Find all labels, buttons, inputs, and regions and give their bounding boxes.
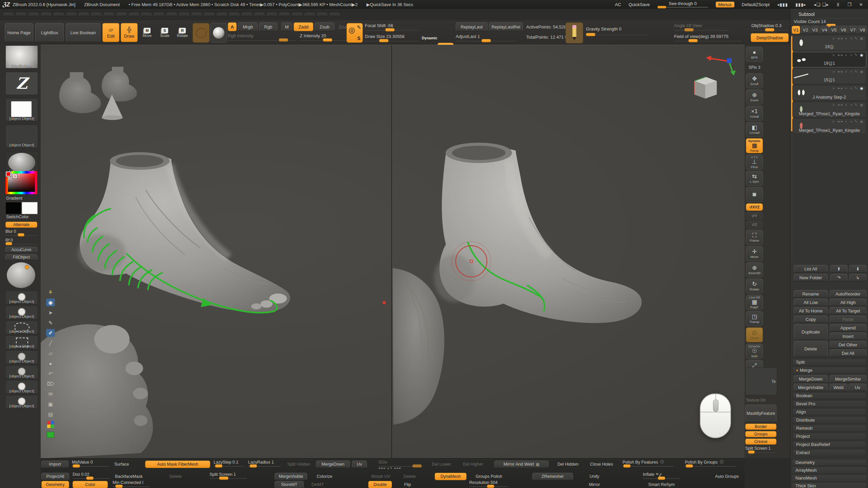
arraymesh-palette-header[interactable]: ArrayMesh [792,467,867,474]
obj-shadow-slider[interactable]: ObjShadow 0.3 [751,23,788,30]
switchcolor-label[interactable]: SwitchColor [6,215,29,219]
stroke-preview-tile[interactable] [193,23,210,43]
append-button[interactable]: Append [830,324,866,331]
shelf-button[interactable]: ● BPR [746,47,763,62]
version-tab[interactable]: V8 [858,26,867,34]
subtool-list-item[interactable]: ≻ ●● ◐ ◑ ✎ ◉ Merged_TPose1_Ryan_Kingslie [792,118,866,134]
sidebar-tile[interactable]: [object Object] [5,380,38,394]
subtool-list-item[interactable]: ≻ ●● ◐ ◑ ✎ ◉ 15강1 [792,68,866,84]
adjust-last-slider[interactable]: AdjustLast 1 [456,34,517,41]
sidebar-tile[interactable]: [object Object] [5,350,38,364]
menu-item[interactable] [16,13,26,16]
menu-item[interactable] [242,13,252,16]
sidebar-tile[interactable]: [object Object] [5,125,38,148]
uv-button-bottom[interactable]: Uv [352,461,367,468]
shelf-button[interactable]: Line Fill ▦ PolyF [746,295,763,310]
del-other-button[interactable]: Del Other [830,341,866,348]
subtool-item-icons[interactable]: ≻ ●● ◐ ◑ ✎ ◉ [832,86,864,90]
mrgb-button[interactable]: Mrgb [238,22,258,31]
menu-item[interactable] [41,13,51,16]
del-hidden-button[interactable]: Del Hidden [553,461,583,468]
mergedown-button-bottom[interactable]: MergeDown [316,461,350,468]
see-through-knob[interactable] [657,6,666,8]
menu-item[interactable] [192,13,202,16]
import-button[interactable]: Import [41,461,68,468]
split-hidden-button[interactable]: Split Hidden [283,461,314,468]
menu-item[interactable] [91,13,101,16]
menu-item[interactable] [217,13,227,16]
bulb-icon[interactable]: ⚘ [46,288,55,296]
all-to-target-button[interactable]: All To Target [830,307,866,314]
del-lower-button[interactable]: Del Lower [428,461,455,468]
shelf-button[interactable]: ∅ Ghost [746,327,763,342]
min-connected-slider[interactable]: Min Connected I [113,480,150,488]
see-through-slider[interactable]: See-through 0 [657,1,708,8]
gravity-knob[interactable] [586,33,595,36]
delete-button-dim[interactable]: Delete [165,473,186,480]
menu-item[interactable] [254,13,264,16]
menu-item[interactable] [229,13,239,16]
inflate-slider[interactable]: Inflate ▝▘▞ [643,472,680,480]
menu-item[interactable] [28,13,39,16]
split-section-header[interactable]: Split [792,359,866,366]
quicksave-button[interactable]: QuickSave [629,2,650,7]
project-section-header[interactable]: Project [792,433,866,440]
shelf-button[interactable]: Dynamic ▦ Persp [746,138,763,153]
geometry-palette-header[interactable]: Geometry [792,459,867,466]
all-to-home-button[interactable]: All To Home [794,307,828,314]
menu-item[interactable] [179,13,189,16]
marker-tool-icon[interactable]: ✐ [46,329,55,337]
angle-of-view-slider[interactable]: Angle Of View [674,23,728,30]
m-button[interactable]: M [281,22,292,31]
undo-icon[interactable]: ↶ [46,370,55,378]
move-into-folder-button[interactable]: ↳ [849,274,866,281]
partial-foot-right-viewport[interactable] [393,268,444,425]
bevel-pro-section-header[interactable]: Bevel Pro [792,400,866,407]
projectall-button[interactable]: ProjectAll [41,473,69,480]
sidebar-tile[interactable]: [object Object] [5,98,38,121]
edit-button[interactable]: ▱ Edit [102,23,119,42]
palette-icon[interactable] [46,421,55,428]
copy-button[interactable]: Copy [794,316,828,323]
midvalue-slider[interactable]: MidValue 0 [72,460,109,467]
rgb-intensity-knob[interactable] [279,38,288,42]
texture-preview-box[interactable]: Te [745,367,777,395]
boolean-section-header[interactable]: Boolean [792,392,866,399]
menu-item[interactable] [116,13,126,16]
auto-reorder-button[interactable]: AutoReorder [830,290,866,298]
move-up-button[interactable]: ⬆ [830,265,847,272]
zremesher-button[interactable]: ZRemesher [532,473,573,480]
rf-knob[interactable] [5,242,12,245]
home-page-button[interactable]: Home Page [5,23,33,42]
colorize-button[interactable]: Colorize [309,473,340,480]
menu-item[interactable] [141,13,152,16]
geometry-button[interactable]: Geometry [41,481,69,488]
remesh-section-header[interactable]: Remesh [792,425,866,432]
menu-item[interactable] [292,13,302,16]
rgb-intensity-slider[interactable]: Rgb Intensity [228,33,296,41]
flip-button[interactable]: Flip [394,481,421,488]
sidebar-tile[interactable]: Z [5,72,38,95]
hue-selector[interactable] [6,171,11,177]
shelf-button[interactable]: ◧ AAHalf [746,122,763,137]
minimize-button[interactable]: ⊻ [836,2,840,7]
ac-button[interactable]: AC [615,2,621,7]
alpha-a-badge[interactable]: A [228,22,237,31]
z-intensity-slider[interactable]: Z Intensity 20 [300,33,351,41]
lazystep-slider[interactable]: LazyStep 0.1 [214,460,244,467]
subtool-item-icons[interactable]: ≻ ●● ◐ ◑ ✎ ◉ [832,36,864,41]
panel-collapse-icon[interactable]: ◂❏ ❏▸ [814,2,829,7]
sidebar-tile[interactable]: [object Object] [5,291,38,304]
draw-size-slider[interactable]: Draw Size 23.30558 [365,34,419,41]
sv-selector[interactable] [13,174,17,178]
dist-slider[interactable]: Dist 0.02 [73,472,110,480]
active-color-swatch[interactable] [46,431,55,439]
rename-button[interactable]: Rename [794,290,828,298]
main-color-swatch[interactable] [5,202,21,214]
alternate-button[interactable]: Alternate [5,222,37,228]
menu-item[interactable] [3,13,14,16]
version-tab[interactable]: V4 [820,26,829,34]
distribute-section-header[interactable]: Distribute [792,416,866,424]
angle-of-view-knob[interactable] [684,28,694,32]
lightbox-button[interactable]: LightBox [35,23,64,42]
